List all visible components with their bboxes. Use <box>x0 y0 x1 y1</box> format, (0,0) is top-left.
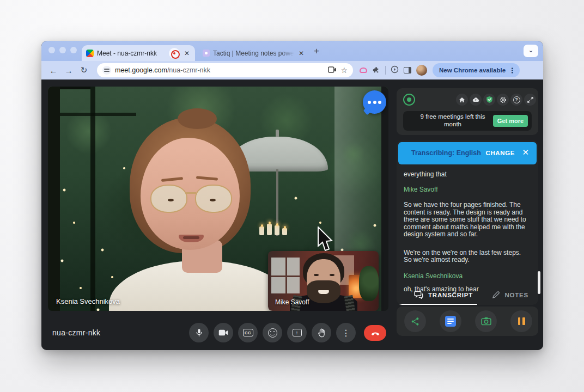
pip-participant-name: Mike Savoff <box>275 298 309 306</box>
share-icon <box>411 317 420 326</box>
glasses <box>150 185 232 214</box>
tab-title: Meet - nua-czmr-nkk <box>97 50 166 57</box>
meet-page: Ksenia Svechnikova Mike Savoff <box>41 79 543 350</box>
forward-icon[interactable]: → <box>61 66 76 75</box>
transcript-speaker: Ksenia Svechnikova <box>404 273 530 280</box>
settings-gear-icon[interactable] <box>497 94 509 106</box>
transcribing-label: Transcribing: English <box>411 149 481 157</box>
tab-notes[interactable]: NOTES <box>492 291 528 299</box>
url-text[interactable]: meet.google.com/nua-czmr-nkk <box>115 66 324 74</box>
address-bar[interactable]: meet.google.com/nua-czmr-nkk ☆ <box>97 63 353 77</box>
google-doc-button[interactable] <box>440 310 461 332</box>
tactiq-header-icons: ? <box>456 94 536 106</box>
extensions-row <box>360 65 427 76</box>
window-winter-scene <box>271 258 300 293</box>
tab-camera-icon[interactable] <box>328 66 337 75</box>
eyes <box>314 274 334 276</box>
back-icon[interactable]: ← <box>46 66 61 75</box>
desktop-background: Meet - nua-czmr-nkk ✕ Tactiq | Meeting n… <box>0 0 584 392</box>
meet-controls: CC ↑ ⋮ <box>189 323 356 342</box>
mouse-cursor <box>317 226 335 253</box>
close-tab-icon[interactable]: ✕ <box>297 50 305 57</box>
tab-title: Tactiq | Meeting notes powe <box>213 50 294 57</box>
transcript-tab-label: TRANSCRIPT <box>428 292 473 298</box>
tactiq-header-panel: ? 9 free meetings left this month Get mo… <box>397 88 538 135</box>
end-call-button[interactable] <box>364 325 386 341</box>
microphone-button[interactable] <box>189 323 209 342</box>
raise-hand-button[interactable] <box>312 323 331 342</box>
tab-tactiq[interactable]: Tactiq | Meeting notes powe ✕ <box>198 45 309 61</box>
get-more-button[interactable]: Get more <box>493 115 528 127</box>
browser-toolbar: ← → ↻ meet.google.com/nua-czmr-nkk ☆ <box>41 61 543 79</box>
smile <box>318 290 329 294</box>
help-icon[interactable]: ? <box>510 94 522 106</box>
bookmark-star-icon[interactable]: ☆ <box>340 66 348 75</box>
hair-bun <box>178 108 217 129</box>
tactiq-favicon <box>203 50 210 57</box>
browser-window: Meet - nua-czmr-nkk ✕ Tactiq | Meeting n… <box>41 41 543 350</box>
transcript-chat-icon <box>414 291 423 299</box>
close-tab-icon[interactable]: ✕ <box>183 50 191 57</box>
side-panel-icon[interactable] <box>404 67 411 74</box>
transcript-line: We're on the we're on the last few steps… <box>404 249 530 264</box>
plant <box>359 266 379 301</box>
camera-photo-icon <box>481 317 491 326</box>
transcript-line: everything that <box>404 171 530 179</box>
transcript-speaker: Mike Savoff <box>404 186 530 194</box>
new-tab-button[interactable]: + <box>314 46 319 57</box>
document-icon <box>445 316 456 327</box>
close-banner-icon[interactable]: ✕ <box>522 148 529 157</box>
pause-recording-button[interactable] <box>510 310 532 332</box>
meeting-code: nua-czmr-nkk <box>52 328 100 337</box>
tab-transcript[interactable]: TRANSCRIPT <box>414 291 473 299</box>
captions-button[interactable]: CC <box>238 323 258 342</box>
toolbar-divider <box>385 66 386 75</box>
present-icon: ↑ <box>293 329 302 336</box>
transcribing-banner: Transcribing: English CHANGE ✕ <box>398 142 537 164</box>
tactiq-logo-icon <box>403 94 415 106</box>
main-participant-name: Ksenia Svechnikova <box>56 297 120 305</box>
meet-favicon <box>86 50 94 57</box>
phone-icon <box>370 331 380 335</box>
camera-button[interactable] <box>214 323 233 342</box>
tactiq-chat-bubble-icon[interactable] <box>363 90 386 114</box>
home-icon[interactable] <box>456 94 468 106</box>
reload-icon[interactable]: ↻ <box>76 65 92 75</box>
change-language-button[interactable]: CHANGE <box>486 150 515 156</box>
screenshot-button[interactable] <box>475 310 497 332</box>
privacy-shield-icon[interactable] <box>483 94 495 106</box>
tab-strip: Meet - nua-czmr-nkk ✕ Tactiq | Meeting n… <box>41 41 543 61</box>
cloud-upload-icon[interactable] <box>470 94 482 106</box>
notes-pencil-icon <box>492 291 500 299</box>
site-info-icon[interactable] <box>102 66 111 75</box>
extensions-puzzle-icon[interactable] <box>372 65 380 76</box>
profile-avatar[interactable] <box>416 65 427 76</box>
more-options-button[interactable]: ⋮ <box>336 323 356 342</box>
share-button[interactable] <box>404 310 426 332</box>
present-button[interactable]: ↑ <box>287 323 307 342</box>
cc-icon: CC <box>243 329 253 336</box>
tactiq-actions-panel <box>397 307 538 336</box>
transcript-scrollbar[interactable] <box>538 271 540 294</box>
collapse-panel-icon[interactable] <box>524 94 536 106</box>
free-meetings-text: 9 free meetings left this month <box>412 113 494 128</box>
window-traffic-lights[interactable] <box>48 47 77 53</box>
speed-badge-icon[interactable] <box>391 65 399 76</box>
recording-indicator-icon <box>169 48 180 59</box>
main-video-tile[interactable]: Ksenia Svechnikova Mike Savoff <box>48 87 388 311</box>
reactions-button[interactable] <box>263 323 282 342</box>
transcript-body: everything that Mike Savoff So we have t… <box>404 171 530 293</box>
chrome-update-button[interactable]: New Chrome available ⋮ <box>433 63 520 77</box>
chrome-menu-icon[interactable]: ⋮ <box>509 66 516 75</box>
tab-meet[interactable]: Meet - nua-czmr-nkk ✕ <box>82 45 195 61</box>
smiley-icon <box>268 328 277 338</box>
free-meetings-banner: 9 free meetings left this month Get more <box>403 111 532 131</box>
pip-video-tile[interactable]: Mike Savoff <box>268 251 379 311</box>
pause-icon <box>518 317 525 325</box>
transcript-line: So we have the four pages finished. The … <box>404 201 530 238</box>
active-tab-underline <box>397 304 477 305</box>
tactiq-extension-icon[interactable] <box>360 68 367 73</box>
notes-tab-label: NOTES <box>504 292 528 298</box>
tab-search-chevron-icon[interactable]: ⌄ <box>524 45 538 57</box>
sidebar-tabs: TRANSCRIPT NOTES <box>397 289 538 305</box>
